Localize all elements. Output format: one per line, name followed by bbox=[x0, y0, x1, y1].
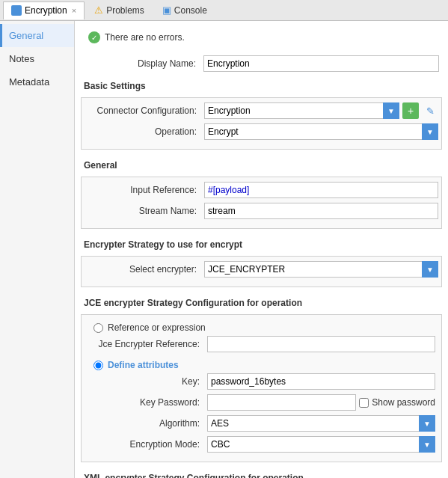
key-password-controls: Show password bbox=[207, 394, 435, 411]
sidebar-item-general[interactable]: General bbox=[0, 24, 74, 47]
reference-label: Reference or expression bbox=[108, 322, 206, 333]
tab-console-label: Console bbox=[174, 5, 207, 16]
problems-icon: ⚠ bbox=[94, 4, 103, 16]
jce-strategy-title: JCE encrypter Strategy Configuration for… bbox=[81, 293, 442, 311]
display-name-row: Display Name: bbox=[81, 55, 442, 72]
operation-label: Operation: bbox=[85, 126, 204, 137]
success-icon: ✓ bbox=[88, 31, 100, 43]
reference-radio[interactable] bbox=[93, 323, 103, 333]
connector-edit-button[interactable]: ✎ bbox=[422, 102, 438, 119]
connector-config-controls: Encryption ▼ + ✎ bbox=[204, 102, 438, 119]
key-password-input[interactable] bbox=[207, 394, 356, 411]
content-area: ✓ There are no errors. Display Name: Bas… bbox=[75, 21, 448, 478]
select-encrypter-select[interactable]: JCE_ENCRYPTER bbox=[204, 261, 438, 278]
algorithm-label: Algorithm: bbox=[88, 418, 207, 429]
tab-problems[interactable]: ⚠ Problems bbox=[86, 1, 153, 19]
connector-config-row: Connector Configuration: Encryption ▼ + … bbox=[82, 102, 441, 119]
sidebar-item-notes[interactable]: Notes bbox=[0, 47, 74, 70]
console-icon: ▣ bbox=[162, 4, 171, 16]
encryption-tab-icon bbox=[11, 5, 22, 16]
input-reference-input[interactable] bbox=[204, 182, 438, 198]
general-section-title: General bbox=[81, 156, 442, 174]
encryption-mode-select[interactable]: CBC bbox=[207, 436, 435, 453]
stream-name-input[interactable] bbox=[204, 203, 438, 219]
show-password-checkbox[interactable] bbox=[359, 398, 369, 408]
general-box: Input Reference: Stream Name: bbox=[81, 177, 442, 229]
encryption-mode-label: Encryption Mode: bbox=[88, 439, 207, 450]
tab-encryption-label: Encryption bbox=[25, 5, 67, 16]
display-name-input[interactable] bbox=[203, 55, 439, 72]
key-password-row: Key Password: Show password bbox=[85, 394, 438, 411]
tab-encryption-close[interactable]: × bbox=[72, 6, 76, 15]
connector-add-button[interactable]: + bbox=[402, 102, 419, 119]
sidebar-item-metadata[interactable]: Metadata bbox=[0, 70, 74, 94]
algorithm-select-wrapper: AES ▼ bbox=[207, 415, 435, 432]
jce-ref-row: Jce Encrypter Reference: bbox=[85, 336, 438, 352]
tab-encryption[interactable]: Encryption × bbox=[3, 1, 85, 19]
input-reference-row: Input Reference: bbox=[82, 182, 441, 198]
reference-radio-row: Reference or expression bbox=[85, 319, 438, 336]
key-password-label: Key Password: bbox=[88, 397, 207, 408]
connector-config-select[interactable]: Encryption bbox=[204, 102, 399, 119]
jce-ref-input[interactable] bbox=[207, 336, 435, 352]
key-row: Key: bbox=[85, 373, 438, 390]
main-layout: General Notes Metadata ✓ There are no er… bbox=[0, 21, 448, 478]
select-encrypter-wrapper: JCE_ENCRYPTER ▼ bbox=[204, 261, 438, 278]
select-encrypter-label: Select encrypter: bbox=[85, 264, 204, 275]
encryption-mode-row: Encryption Mode: CBC ▼ bbox=[85, 436, 438, 453]
operation-row: Operation: Encrypt ▼ bbox=[82, 123, 441, 140]
display-name-label: Display Name: bbox=[84, 58, 203, 69]
select-encrypter-row: Select encrypter: JCE_ENCRYPTER ▼ bbox=[82, 261, 441, 278]
jce-strategy-box: Reference or expression Jce Encrypter Re… bbox=[81, 314, 442, 462]
encrypter-strategy-title: Encrypter Strategy to use for encrypt bbox=[81, 235, 442, 253]
stream-name-label: Stream Name: bbox=[85, 206, 204, 216]
define-attributes-radio[interactable] bbox=[93, 361, 103, 370]
algorithm-row: Algorithm: AES ▼ bbox=[85, 415, 438, 432]
xml-strategy-title: XML encrypter Strategy Configuration for… bbox=[81, 468, 442, 478]
connector-config-label: Connector Configuration: bbox=[85, 105, 204, 116]
jce-ref-label: Jce Encrypter Reference: bbox=[88, 339, 207, 349]
operation-select-wrapper: Encrypt ▼ bbox=[204, 123, 438, 140]
define-attributes-radio-row: Define attributes bbox=[85, 357, 438, 373]
tab-problems-label: Problems bbox=[106, 5, 144, 16]
algorithm-select[interactable]: AES bbox=[207, 415, 435, 432]
input-reference-label: Input Reference: bbox=[85, 185, 204, 195]
success-message: ✓ There are no errors. bbox=[81, 27, 442, 48]
sidebar: General Notes Metadata bbox=[0, 21, 75, 478]
basic-settings-title: Basic Settings bbox=[81, 76, 442, 94]
connector-select-wrapper: Encryption ▼ bbox=[204, 102, 399, 119]
success-text: There are no errors. bbox=[105, 32, 185, 43]
encryption-mode-select-wrapper: CBC ▼ bbox=[207, 436, 435, 453]
stream-name-row: Stream Name: bbox=[82, 203, 441, 219]
tab-bar: Encryption × ⚠ Problems ▣ Console bbox=[0, 0, 448, 21]
encrypter-strategy-box: Select encrypter: JCE_ENCRYPTER ▼ bbox=[81, 256, 442, 287]
key-label: Key: bbox=[88, 376, 207, 387]
operation-select[interactable]: Encrypt bbox=[204, 123, 438, 140]
basic-settings-box: Connector Configuration: Encryption ▼ + … bbox=[81, 97, 442, 150]
tab-console[interactable]: ▣ Console bbox=[154, 1, 215, 19]
define-attributes-label: Define attributes bbox=[108, 360, 179, 370]
key-input[interactable] bbox=[207, 373, 435, 390]
show-password-label: Show password bbox=[359, 397, 435, 408]
